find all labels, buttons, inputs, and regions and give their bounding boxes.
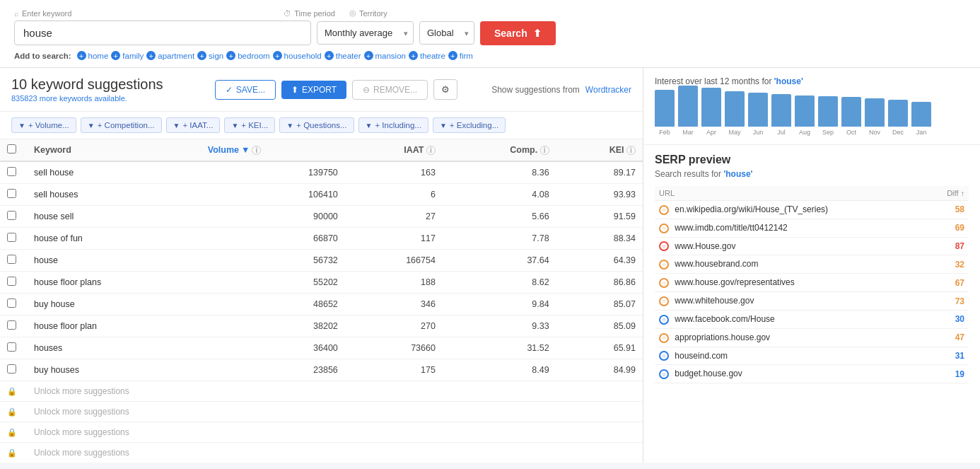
unlock-text[interactable]: Unlock more suggestions (27, 443, 643, 463)
serp-url[interactable]: www.house.gov/representatives (675, 277, 794, 287)
search-button[interactable]: Search ⬆ (480, 21, 556, 45)
bar (678, 86, 698, 127)
serp-url[interactable]: www.whitehouse.gov (675, 296, 754, 306)
table-row: houses 36400 73660 31.52 65.91 (0, 337, 643, 359)
row-checkbox[interactable] (7, 211, 16, 220)
keyword-cell: house floor plan (27, 315, 201, 337)
serp-url[interactable]: appropriations.house.gov (675, 332, 770, 342)
kei-cell: 64.39 (556, 250, 643, 272)
bar (865, 98, 885, 127)
filter-chip[interactable]: ▼+ Competition... (81, 117, 162, 133)
comp-cell: 31.52 (443, 337, 556, 359)
row-checkbox[interactable] (7, 189, 16, 198)
row-checkbox[interactable] (7, 342, 16, 352)
bar (771, 94, 791, 127)
serp-diff: 31 (928, 347, 969, 365)
iaat-cell: 27 (345, 206, 443, 228)
filter-chip[interactable]: ▼+ Questions... (279, 117, 354, 133)
serp-diff: 58 (928, 201, 969, 219)
serp-diff: 69 (928, 219, 969, 237)
serp-url[interactable]: www.housebrand.com (675, 259, 758, 269)
bar-chart: Feb Mar Apr May Jun Jul Aug Sep Oct Nov … (655, 93, 969, 136)
bar-label: Sep (822, 129, 834, 136)
toolbar-actions: ✓ SAVE... ⬆ EXPORT ⊖ REMOVE... ⚙ Show su… (215, 79, 631, 100)
serp-row: ○ www.house.gov/representatives 67 (655, 274, 969, 292)
row-checkbox[interactable] (7, 320, 16, 330)
col-volume[interactable]: Volume ▼ i (201, 139, 345, 161)
bar-col: Sep (818, 96, 838, 136)
kei-cell: 89.17 (556, 161, 643, 184)
serp-url[interactable]: budget.house.gov (675, 369, 742, 378)
serp-url[interactable]: en.wikipedia.org/wiki/House_(TV_series) (675, 204, 828, 214)
volume-cell: 36400 (201, 337, 345, 359)
select-all-checkbox[interactable] (7, 144, 16, 154)
serp-icon: ○ (659, 296, 669, 306)
gear-button[interactable]: ⚙ (433, 79, 457, 100)
table-row: buy house 48652 346 9.84 85.07 (0, 294, 643, 315)
search-input[interactable] (14, 21, 311, 45)
add-tag-sign[interactable]: sign (197, 51, 223, 60)
add-tag-household[interactable]: household (273, 51, 322, 60)
remove-button[interactable]: ⊖ REMOVE... (352, 80, 428, 100)
unlock-text[interactable]: Unlock more suggestions (27, 402, 643, 422)
volume-cell: 106410 (201, 184, 345, 206)
volume-info-icon[interactable]: i (252, 146, 261, 155)
kei-cell: 84.99 (556, 359, 643, 381)
add-tag-family[interactable]: family (111, 51, 144, 60)
row-checkbox[interactable] (7, 255, 16, 264)
export-button[interactable]: ⬆ EXPORT (281, 81, 346, 99)
col-kei: KEI i (556, 139, 643, 161)
left-panel: 10 keyword suggestions 835823 more keywo… (0, 68, 643, 463)
add-tag-theatre[interactable]: theatre (409, 51, 445, 60)
bar-label: Jun (753, 129, 764, 136)
save-button[interactable]: ✓ SAVE... (215, 80, 276, 100)
add-tag-bedroom[interactable]: bedroom (226, 51, 269, 60)
remove-icon: ⊖ (363, 85, 370, 95)
add-tag-home[interactable]: home (77, 51, 109, 60)
add-tag-theater[interactable]: theater (325, 51, 361, 60)
territory-select[interactable]: Global (419, 21, 474, 45)
serp-url[interactable]: www.House.gov (675, 241, 735, 251)
kei-cell: 86.86 (556, 272, 643, 294)
add-tag-apartment[interactable]: apartment (146, 51, 194, 60)
keyword-cell: houses (27, 337, 201, 359)
volume-cell: 55202 (201, 272, 345, 294)
serp-url[interactable]: www.facebook.com/House (675, 314, 774, 324)
unlock-text[interactable]: Unlock more suggestions (27, 422, 643, 443)
unlock-text[interactable]: Unlock more suggestions (27, 381, 643, 402)
serp-url[interactable]: www.imdb.com/title/tt0412142 (675, 223, 787, 233)
row-checkbox[interactable] (7, 167, 16, 176)
bar-col: Feb (655, 90, 675, 136)
unlock-row: 🔒 Unlock more suggestions (0, 422, 643, 443)
comp-info-icon[interactable]: i (540, 146, 549, 155)
lock-icon: 🔒 (7, 448, 17, 457)
bar-col: Jan (911, 102, 931, 136)
serp-row: ○ appropriations.house.gov 47 (655, 328, 969, 347)
filter-chip[interactable]: ▼+ Volume... (11, 117, 76, 133)
row-checkbox[interactable] (7, 233, 16, 242)
serp-icon: ○ (659, 241, 669, 251)
filter-chip[interactable]: ▼+ KEI... (224, 117, 275, 133)
bar (818, 96, 838, 127)
filter-chip[interactable]: ▼+ IAAT... (166, 117, 221, 133)
filter-chip[interactable]: ▼+ Excluding... (433, 117, 506, 133)
available-link[interactable]: 835823 more keywords available. (11, 94, 163, 103)
serp-url[interactable]: houseind.com (675, 351, 728, 361)
add-tag-mansion[interactable]: mansion (364, 51, 406, 60)
serp-row: ○ en.wikipedia.org/wiki/House_(TV_series… (655, 201, 969, 219)
check-icon: ✓ (226, 85, 233, 95)
time-period-select[interactable]: Monthly average (317, 21, 414, 45)
kei-info-icon[interactable]: i (626, 146, 636, 155)
filter-arrow-icon: ▼ (286, 122, 293, 129)
iaat-info-icon[interactable]: i (426, 146, 436, 155)
bar (701, 88, 721, 127)
bar (655, 90, 675, 127)
wordtracker-link[interactable]: Wordtracker (585, 85, 631, 95)
row-checkbox[interactable] (7, 364, 16, 374)
row-checkbox[interactable] (7, 277, 16, 286)
kei-cell: 93.93 (556, 184, 643, 206)
add-tag-firm[interactable]: firm (448, 51, 473, 60)
serp-diff: 32 (928, 255, 969, 274)
filter-chip[interactable]: ▼+ Including... (358, 117, 428, 133)
row-checkbox[interactable] (7, 299, 16, 308)
